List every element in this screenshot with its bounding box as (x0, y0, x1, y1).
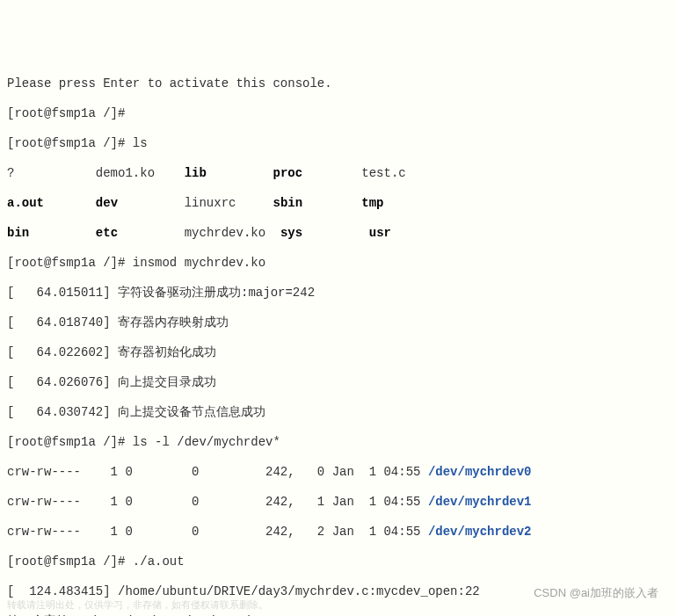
dir-lib: lib (185, 166, 207, 180)
kernel-log-line: [ 64.030742] 向上提交设备节点信息成功 (7, 405, 669, 420)
ls-output-line: crw-rw---- 1 0 0 242, 0 Jan 1 04:55 /dev… (7, 465, 669, 480)
device-mychrdev0: /dev/mychrdev0 (428, 465, 532, 479)
device-mychrdev1: /dev/mychrdev1 (428, 495, 532, 509)
dir-proc: proc (273, 166, 302, 180)
kernel-log-line: [ 64.018740] 寄存器内存映射成功 (7, 315, 669, 330)
dir-bin: bin (7, 226, 29, 240)
prompt-line: [root@fsmp1a /]# (7, 106, 669, 121)
device-mychrdev2: /dev/mychrdev2 (428, 525, 532, 539)
dir-sys: sys (280, 226, 302, 240)
dir-dev: dev (96, 196, 118, 210)
ls-output-line: a.out dev linuxrc sbin tmp (7, 196, 669, 211)
kernel-log-line: [ 64.022602] 寄存器初始化成功 (7, 345, 669, 360)
dir-etc: etc (96, 226, 118, 240)
console-line: Please press Enter to activate this cons… (7, 76, 669, 91)
kernel-log-line: [ 64.026076] 向上提交目录成功 (7, 375, 669, 390)
csdn-watermark: CSDN @ai加班的嵌入者 (534, 585, 658, 600)
ls-output-line: crw-rw---- 1 0 0 242, 2 Jan 1 04:55 /dev… (7, 525, 669, 540)
dir-tmp: tmp (361, 196, 383, 210)
ls-output-line: ? demo1.ko lib proc test.c (7, 166, 669, 181)
terminal-output: Please press Enter to activate this cons… (7, 62, 669, 616)
ls-output-line: crw-rw---- 1 0 0 242, 1 Jan 1 04:55 /dev… (7, 495, 669, 510)
ls-output-line: bin etc mychrdev.ko sys usr (7, 226, 669, 241)
disclaimer-watermark: 转载请注明出处，仅供学习，非存储，如有侵权请联系删除。 (7, 598, 268, 612)
file-aout: a.out (7, 196, 44, 210)
prompt-line: [root@fsmp1a /]# ./a.out (7, 554, 669, 569)
dir-usr: usr (369, 226, 391, 240)
dir-sbin: sbin (273, 196, 302, 210)
prompt-line: [root@fsmp1a /]# ls (7, 136, 669, 151)
kernel-log-line: [ 64.015011] 字符设备驱动注册成功:major=242 (7, 286, 669, 301)
prompt-line: [root@fsmp1a /]# ls -l /dev/mychrdev* (7, 435, 669, 450)
prompt-line: [root@fsmp1a /]# insmod mychrdev.ko (7, 256, 669, 271)
